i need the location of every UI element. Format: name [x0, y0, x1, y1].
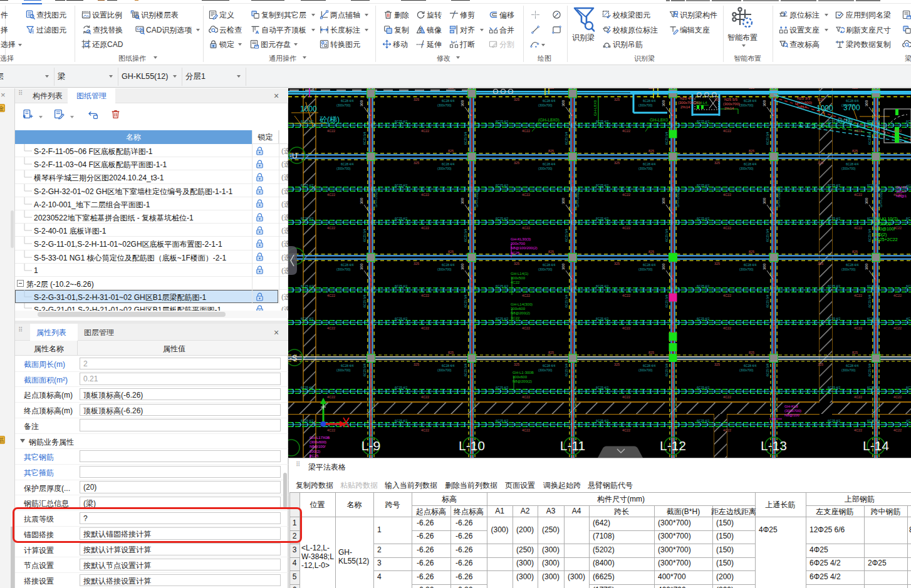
svg-text:325: 325 [818, 363, 823, 366]
svg-text:825: 825 [448, 351, 454, 354]
svg-text:(300x700): (300x700) [739, 368, 754, 372]
svg-text:300x600: 300x600 [513, 375, 528, 379]
svg-text:GH-KL55(12): GH-KL55(12) [777, 188, 781, 207]
svg-text:6C25 5/4: 6C25 5/4 [363, 229, 367, 242]
svg-text:325: 325 [614, 98, 620, 101]
svg-text:300: 300 [662, 263, 665, 270]
svg-text:N8@200(2): N8@200(2) [513, 379, 532, 383]
svg-text:825: 825 [852, 88, 858, 90]
svg-text:L-13: L-13 [761, 438, 787, 453]
svg-text:4C22: 4C22 [622, 326, 630, 330]
svg-text:300: 300 [561, 100, 565, 106]
svg-text:825: 825 [749, 351, 754, 354]
svg-text:4C22: 4C22 [723, 326, 731, 330]
svg-text:825: 825 [448, 250, 454, 254]
svg-text:4C22: 4C22 [421, 294, 429, 297]
svg-text:(300x700): (300x700) [437, 103, 452, 107]
svg-text:300x500: 300x500 [511, 276, 526, 280]
svg-text:6C25 5/4: 6C25 5/4 [665, 363, 669, 376]
svg-text:6C25 4/2: 6C25 4/2 [596, 419, 609, 423]
svg-text:6C28 4/4: 6C28 4/4 [846, 99, 859, 103]
svg-text:4C22: 4C22 [723, 428, 731, 432]
svg-text:6C25 4/2: 6C25 4/2 [301, 317, 314, 321]
svg-text:(300x700): (300x700) [841, 267, 856, 271]
svg-text:GH-L14(1): GH-L14(1) [511, 272, 528, 276]
svg-text:300: 300 [763, 197, 766, 204]
svg-text:325: 325 [818, 161, 823, 165]
svg-text:4C22: 4C22 [622, 428, 630, 432]
svg-text:6C25 4/2: 6C25 4/2 [496, 386, 509, 389]
svg-text:4C22: 4C22 [421, 226, 429, 230]
svg-text:6C25 4/2: 6C25 4/2 [596, 284, 609, 288]
svg-text:325: 325 [714, 363, 720, 366]
svg-text:6C25 4/2: 6C25 4/2 [596, 317, 609, 321]
svg-text:6C25 5/4: 6C25 5/4 [665, 229, 669, 242]
svg-text:(GH-L8X0): (GH-L8X0) [538, 118, 560, 123]
svg-text:4C22: 4C22 [854, 326, 862, 330]
svg-text:325: 325 [818, 262, 823, 266]
svg-text:825: 825 [648, 149, 654, 153]
svg-text:6C2: 6C2 [906, 120, 911, 123]
svg-text:6C25 4/2: 6C25 4/2 [867, 386, 880, 389]
svg-text:300: 300 [360, 197, 363, 204]
svg-text:6C25 5/4: 6C25 5/4 [363, 132, 367, 145]
svg-text:(300x700): (300x700) [638, 368, 653, 372]
svg-text:L-9: L-9 [362, 438, 380, 453]
svg-text:200(2): 200(2) [310, 450, 320, 453]
svg-text:6C25 4/2: 6C25 4/2 [697, 284, 710, 288]
svg-text:N25 4/4: N25 4/4 [680, 96, 694, 100]
svg-text:6C25 4/2: 6C25 4/2 [697, 317, 710, 321]
svg-text:4C22: 4C22 [893, 395, 902, 399]
svg-text:4C22: 4C22 [522, 129, 530, 133]
svg-text:6C25 5/4: 6C25 5/4 [565, 294, 568, 307]
svg-text:825: 825 [548, 149, 554, 153]
svg-text:6C25 4/2: 6C25 4/2 [697, 217, 710, 220]
svg-text:325: 325 [414, 262, 419, 266]
svg-text:4C22: 4C22 [854, 428, 862, 432]
svg-text:825: 825 [548, 88, 554, 90]
svg-text:6C25 4/2: 6C25 4/2 [867, 217, 880, 220]
svg-text:6C28 4/4: 6C28 4/4 [543, 162, 556, 166]
svg-text:300: 300 [561, 197, 565, 204]
svg-text:4C22: 4C22 [723, 129, 731, 133]
svg-text:6C25 4/2: 6C25 4/2 [867, 183, 880, 187]
svg-text:6C25 4/2: 6C25 4/2 [596, 183, 609, 187]
svg-text:300x700: 300x700 [874, 222, 891, 226]
svg-text:4C22: 4C22 [421, 395, 429, 399]
svg-text:(300x700): (300x700) [437, 267, 452, 271]
svg-text:GH-KL30(3): GH-KL30(3) [511, 237, 531, 241]
svg-text:325: 325 [414, 161, 419, 165]
svg-text:6C25 4/2: 6C25 4/2 [867, 419, 880, 423]
svg-text:4C22: 4C22 [723, 226, 731, 230]
svg-text:825: 825 [749, 88, 754, 90]
svg-text:6C25 4/2: 6C25 4/2 [596, 386, 609, 389]
svg-text:825: 825 [448, 88, 454, 90]
svg-text:300: 300 [461, 100, 464, 106]
svg-text:4C: 4C [906, 419, 910, 423]
svg-text:6C28 4/4: 6C28 4/4 [643, 162, 656, 166]
svg-text:(300x700): (300x700) [538, 167, 553, 170]
svg-text:4C: 4C [906, 317, 910, 321]
svg-text:GH-KL55(12): GH-KL55(12) [576, 188, 580, 207]
svg-text:4C22: 4C22 [893, 326, 902, 330]
svg-text:N8@100/: N8@100/ [310, 445, 326, 448]
svg-text:GH-L1-300B: GH-L1-300B [513, 371, 534, 374]
svg-text:6C28 4/4: 6C28 4/4 [744, 263, 757, 267]
svg-text:6C25 4/2: 6C25 4/2 [828, 386, 841, 389]
svg-text:2%14: 2%14 [680, 105, 690, 109]
svg-text:-S: -S [289, 354, 297, 363]
svg-text:GH-L17X0B: GH-L17X0B [310, 436, 330, 440]
svg-text:6C25 4/2: 6C25 4/2 [496, 284, 509, 288]
svg-text:4C22: 4C22 [327, 428, 335, 432]
svg-text:6C28 4/4: 6C28 4/4 [442, 99, 455, 103]
svg-text:6C25 5/4: 6C25 5/4 [665, 132, 669, 145]
svg-text:2%14: 2%14 [724, 106, 734, 110]
svg-text:6C25 4/2: 6C25 4/2 [301, 217, 314, 220]
svg-text:4C22: 4C22 [723, 294, 731, 297]
svg-text:(300x700): (300x700) [437, 368, 452, 372]
svg-text:6C28 4/4: 6C28 4/4 [341, 364, 354, 368]
svg-text:A: A [256, 29, 259, 34]
svg-text:2C25: 2C25 [310, 454, 319, 458]
svg-text:4C22: 4C22 [522, 326, 530, 330]
svg-text:6C28 4/4: 6C28 4/4 [846, 263, 859, 267]
